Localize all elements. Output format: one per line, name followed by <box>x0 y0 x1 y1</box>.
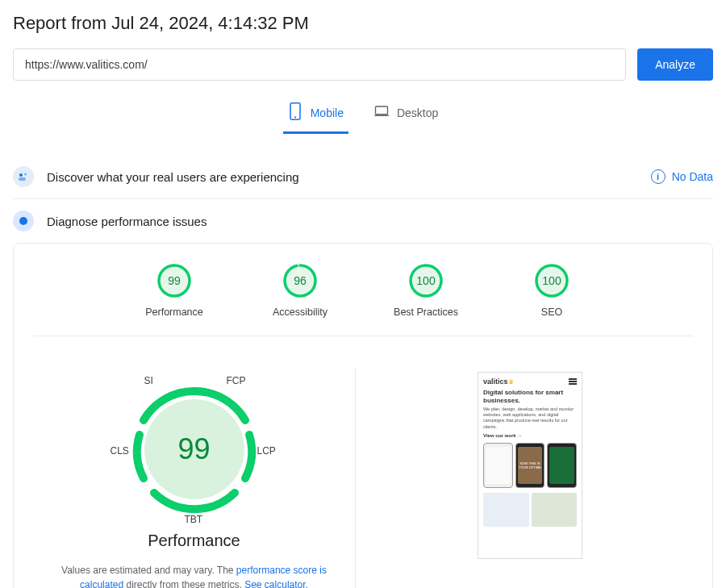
ss-cta: View our work → <box>483 433 577 438</box>
gauge-best-practices-label: Best Practices <box>387 307 465 318</box>
metric-cls-label: CLS <box>111 445 129 457</box>
performance-heading: Performance <box>148 532 240 550</box>
no-data-label: No Data <box>672 170 713 183</box>
performance-right: valitics♛ Digital solutions for smart bu… <box>367 369 693 559</box>
svg-point-5 <box>24 173 27 176</box>
metric-fcp-label: FCP <box>227 375 246 386</box>
diagnose-title: Diagnose performance issues <box>47 215 207 228</box>
users-icon <box>13 166 34 187</box>
tab-desktop[interactable]: Desktop <box>369 95 443 134</box>
ss-phone <box>547 443 577 488</box>
big-performance-score: 99 <box>114 369 275 530</box>
info-icon: i <box>651 169 666 184</box>
gauge-accessibility[interactable]: 96 Accessibility <box>261 263 339 318</box>
ss-tile <box>532 493 578 527</box>
gauge-seo[interactable]: 100 SEO <box>513 263 590 318</box>
svg-rect-3 <box>374 115 389 117</box>
hamburger-icon <box>569 378 577 385</box>
svg-point-4 <box>19 173 23 177</box>
crown-icon: ♛ <box>508 378 514 386</box>
gauge-best-practices-score: 100 <box>408 263 444 298</box>
see-calculator-link[interactable]: See calculator. <box>244 579 308 588</box>
svg-rect-6 <box>19 177 26 181</box>
gauge-seo-score: 100 <box>534 263 570 298</box>
ss-tile <box>483 493 529 527</box>
svg-point-1 <box>294 116 296 118</box>
gauge-performance-score: 99 <box>156 263 192 298</box>
url-row: Analyze <box>13 48 713 81</box>
ss-phone <box>483 443 513 488</box>
tab-desktop-label: Desktop <box>397 106 438 119</box>
metric-tbt-label: TBT <box>185 514 203 525</box>
desktop-icon <box>374 102 389 123</box>
ss-sub: We plan, design, develop, market and mon… <box>483 407 577 430</box>
gauge-accessibility-label: Accessibility <box>261 307 339 318</box>
diagnose-icon <box>13 211 34 231</box>
url-input[interactable] <box>13 48 626 81</box>
big-performance-gauge: 99 FCP SI LCP CLS TBT <box>114 369 275 530</box>
gauge-seo-label: SEO <box>513 307 590 318</box>
gauge-best-practices[interactable]: 100 Best Practices <box>387 263 465 318</box>
analyze-button[interactable]: Analyze <box>637 48 713 81</box>
tab-mobile-label: Mobile <box>311 106 344 119</box>
gauge-row: 99 Performance 96 Accessibility 100 Best… <box>33 263 693 336</box>
svg-rect-2 <box>375 106 387 115</box>
metric-si-label: SI <box>144 375 153 386</box>
no-data-indicator[interactable]: i No Data <box>651 169 713 184</box>
ss-brand: valitics <box>483 377 508 386</box>
lighthouse-card: 99 Performance 96 Accessibility 100 Best… <box>13 243 713 588</box>
gauge-accessibility-score: 96 <box>282 263 318 298</box>
device-tabs: Mobile Desktop <box>13 95 713 134</box>
performance-body: 99 FCP SI LCP CLS TBT Performance Values… <box>33 369 693 588</box>
ss-phone: NOW THIS IS YOUR UPTIME <box>515 443 545 488</box>
ss-headline: Digital solutions for smart businesses. <box>483 389 577 404</box>
performance-left: 99 FCP SI LCP CLS TBT Performance Values… <box>33 369 356 588</box>
gauge-performance-label: Performance <box>136 307 213 318</box>
performance-note: Values are estimated and may vary. The p… <box>49 563 339 588</box>
diagnose-section-header: Diagnose performance issues <box>13 199 713 243</box>
crux-section-header: Discover what your real users are experi… <box>13 155 713 198</box>
mobile-icon <box>288 102 302 123</box>
page-screenshot: valitics♛ Digital solutions for smart bu… <box>478 372 582 559</box>
page-title: Report from Jul 24, 2024, 4:14:32 PM <box>13 13 713 34</box>
metric-lcp-label: LCP <box>257 445 276 457</box>
crux-title: Discover what your real users are experi… <box>47 170 299 184</box>
tab-mobile[interactable]: Mobile <box>283 95 348 134</box>
gauge-performance[interactable]: 99 Performance <box>136 263 213 318</box>
